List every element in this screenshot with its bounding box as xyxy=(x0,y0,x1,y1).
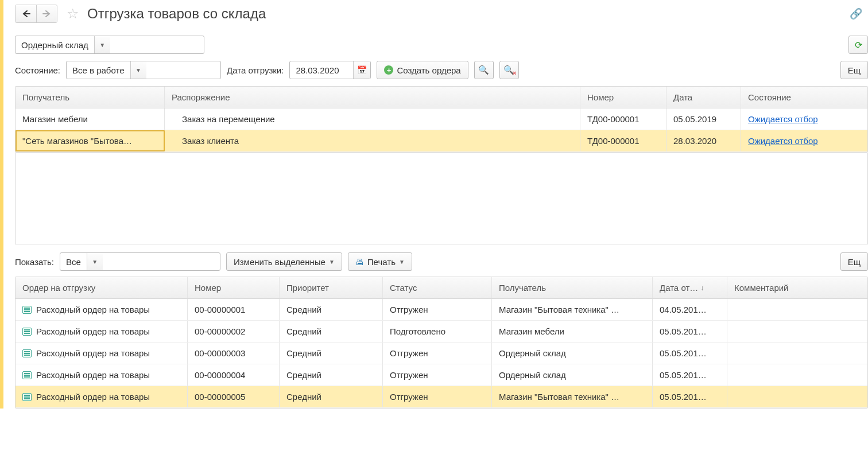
cell-recipient: Магазин мебели xyxy=(492,321,653,342)
mid-toolbar: Показать: Все ▼ Изменить выделенные ▼ 🖶 … xyxy=(15,252,868,271)
ship-date-picker-toggle[interactable]: 📅 xyxy=(353,61,370,79)
cell-ship-date: 05.05.201… xyxy=(653,386,727,407)
document-icon xyxy=(22,328,32,336)
show-label: Показать: xyxy=(15,257,54,267)
status-select-toggle[interactable]: ▼ xyxy=(130,61,146,79)
edit-selected-label: Изменить выделенные xyxy=(234,257,326,267)
col-status[interactable]: Состояние xyxy=(741,87,867,108)
nav-forward-button[interactable] xyxy=(36,5,57,22)
table-row[interactable]: Расходный ордер на товары00-00000001Сред… xyxy=(16,299,867,321)
table-row[interactable]: "Сеть магазинов "Бытова…Заказ клиентаТД0… xyxy=(16,130,867,152)
cell-priority: Средний xyxy=(280,343,383,364)
print-icon: 🖶 xyxy=(355,257,364,267)
chevron-down-icon: ▼ xyxy=(399,259,405,265)
cell-recipient: "Сеть магазинов "Бытова… xyxy=(16,130,165,151)
col-status2[interactable]: Статус xyxy=(383,277,492,298)
more-button-top[interactable]: Ещ xyxy=(840,61,868,79)
more-button-bottom[interactable]: Ещ xyxy=(840,252,868,271)
cell-order: Расходный ордер на товары xyxy=(16,321,188,342)
col-date[interactable]: Дата xyxy=(666,87,741,108)
nav-back-button[interactable] xyxy=(16,5,36,22)
col-number2[interactable]: Номер xyxy=(188,277,280,298)
ship-orders-table-header: Ордер на отгрузку Номер Приоритет Статус… xyxy=(16,277,867,299)
clear-search-button[interactable]: 🔍 xyxy=(499,61,519,79)
cell-status: Подготовлено xyxy=(383,321,492,342)
table-row[interactable]: Расходный ордер на товары00-00000005Сред… xyxy=(16,386,867,408)
plus-icon: + xyxy=(384,65,393,75)
arrow-right-icon xyxy=(42,10,52,18)
warehouse-row: Ордерный склад ▼ ⟳ xyxy=(15,36,868,54)
col-number[interactable]: Номер xyxy=(580,87,666,108)
col-order[interactable]: Ордер на отгрузку xyxy=(16,277,188,298)
status-link[interactable]: Ожидается отбор xyxy=(748,114,818,124)
search-button[interactable]: 🔍 xyxy=(474,61,494,79)
document-icon xyxy=(22,371,32,379)
cell-date: 05.05.2019 xyxy=(666,108,741,130)
cell-recipient: Ордерный склад xyxy=(492,343,653,364)
permalink-icon[interactable]: 🔗 xyxy=(850,7,862,20)
status-link[interactable]: Ожидается отбор xyxy=(748,136,818,146)
ship-date-value: 28.03.2020 xyxy=(290,61,353,79)
filter-row: Состояние: Все в работе ▼ Дата отгрузки:… xyxy=(15,61,868,79)
col-ship-date[interactable]: Дата от… ↓ xyxy=(653,277,727,298)
favorite-star-icon[interactable]: ☆ xyxy=(67,6,79,22)
col-directive[interactable]: Распоряжение xyxy=(165,87,580,108)
cell-comment xyxy=(727,321,867,342)
cell-comment xyxy=(727,343,867,364)
cell-recipient: Магазин мебели xyxy=(16,108,165,130)
status-label: Состояние: xyxy=(15,65,60,75)
table-row[interactable]: Расходный ордер на товары00-00000002Сред… xyxy=(16,321,867,343)
cell-order: Расходный ордер на товары xyxy=(16,299,188,320)
ship-date-input[interactable]: 28.03.2020 📅 xyxy=(289,61,371,79)
sort-asc-icon: ↓ xyxy=(700,284,704,292)
cell-priority: Средний xyxy=(280,364,383,386)
warehouse-select-value: Ордерный склад xyxy=(16,36,94,53)
edit-selected-button[interactable]: Изменить выделенные ▼ xyxy=(226,252,342,271)
table-row[interactable]: Расходный ордер на товары00-00000004Сред… xyxy=(16,364,867,386)
ship-orders-table: Ордер на отгрузку Номер Приоритет Статус… xyxy=(15,277,868,409)
warehouse-select[interactable]: Ордерный склад ▼ xyxy=(15,36,204,54)
cell-order: Расходный ордер на товары xyxy=(16,386,188,407)
ship-date-label: Дата отгрузки: xyxy=(227,65,284,75)
header-bar: ☆ Отгрузка товаров со склада 🔗 xyxy=(15,5,868,23)
cell-number: ТД00-000001 xyxy=(580,130,666,151)
table-row[interactable]: Магазин мебелиЗаказ на перемещениеТД00-0… xyxy=(16,108,867,130)
table-row[interactable]: Расходный ордер на товары00-00000003Сред… xyxy=(16,343,867,364)
cell-recipient: Магазин "Бытовая техника" … xyxy=(492,299,653,320)
chevron-down-icon: ▼ xyxy=(135,67,141,73)
col-priority[interactable]: Приоритет xyxy=(280,277,383,298)
cell-recipient: Магазин "Бытовая техника" … xyxy=(492,386,653,407)
cell-status: Отгружен xyxy=(383,299,492,320)
status-select-value: Все в работе xyxy=(67,61,130,79)
show-select-toggle[interactable]: ▼ xyxy=(87,253,103,270)
search-icon: 🔍 xyxy=(478,65,489,75)
cell-number: ТД00-000001 xyxy=(580,108,666,130)
cell-status: Отгружен xyxy=(383,364,492,386)
cell-directive: Заказ клиента xyxy=(165,130,580,151)
cell-number: 00-00000005 xyxy=(188,386,280,407)
col-recipient2[interactable]: Получатель xyxy=(492,277,653,298)
cell-ship-date: 05.05.201… xyxy=(653,364,727,386)
cell-ship-date: 04.05.201… xyxy=(653,299,727,320)
col-recipient[interactable]: Получатель xyxy=(16,87,165,108)
cell-order: Расходный ордер на товары xyxy=(16,364,188,386)
show-select[interactable]: Все ▼ xyxy=(60,252,220,271)
print-label: Печать xyxy=(367,257,396,267)
cell-recipient: Ордерный склад xyxy=(492,364,653,386)
cell-status: Отгружен xyxy=(383,343,492,364)
cell-ship-date: 05.05.201… xyxy=(653,343,727,364)
print-button[interactable]: 🖶 Печать ▼ xyxy=(348,252,412,271)
document-icon xyxy=(22,349,32,357)
col-comment[interactable]: Комментарий xyxy=(727,277,867,298)
status-select[interactable]: Все в работе ▼ xyxy=(66,61,221,79)
search-clear-icon: 🔍 xyxy=(503,65,514,75)
refresh-button[interactable]: ⟳ xyxy=(848,36,868,54)
create-orders-label: Создать ордера xyxy=(397,65,460,75)
chevron-down-icon: ▼ xyxy=(92,259,98,265)
cell-number: 00-00000003 xyxy=(188,343,280,364)
cell-comment xyxy=(727,364,867,386)
create-orders-button[interactable]: + Создать ордера xyxy=(377,61,468,79)
warehouse-select-toggle[interactable]: ▼ xyxy=(94,36,110,53)
cell-number: 00-00000002 xyxy=(188,321,280,342)
show-select-value: Все xyxy=(60,253,87,270)
